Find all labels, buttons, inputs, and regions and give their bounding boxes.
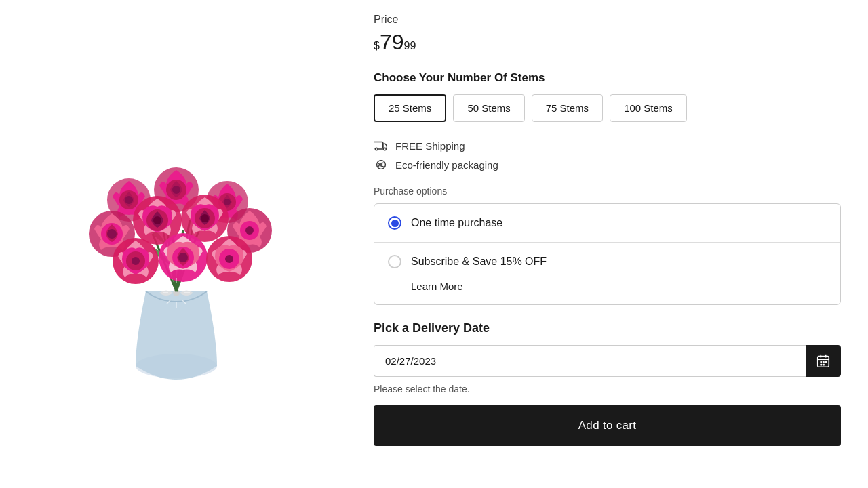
price-value: 79 [380,30,404,55]
one-time-radio[interactable] [388,216,401,230]
calendar-button[interactable] [806,345,841,377]
svg-point-33 [132,257,140,265]
leaf-icon [374,159,389,171]
delivery-heading: Pick a Delivery Date [374,321,841,336]
svg-point-36 [178,253,188,262]
subscribe-label: Subscribe & Save 15% OFF [411,256,547,268]
product-image [47,102,305,386]
svg-line-44 [167,282,170,285]
feature-eco-packaging: Eco-friendly packaging [374,159,841,171]
svg-point-24 [153,216,161,224]
add-to-cart-button[interactable]: Add to cart [374,405,841,446]
svg-point-15 [172,186,180,194]
svg-rect-48 [374,142,383,148]
truck-icon [374,140,389,152]
one-time-purchase-option[interactable]: One time purchase [374,204,840,243]
subscribe-radio[interactable] [388,255,401,268]
date-input-row [374,345,841,377]
svg-line-45 [182,282,186,285]
svg-point-18 [224,199,231,205]
svg-rect-62 [823,363,825,365]
svg-point-49 [375,148,378,150]
radio-inner [391,220,399,227]
purchase-options-box: One time purchase Subscribe & Save 15% O… [374,203,841,305]
svg-rect-60 [825,361,827,363]
stem-btn-25[interactable]: 25 Stems [374,94,446,122]
svg-point-53 [380,163,383,167]
learn-more-link[interactable]: Learn More [411,281,463,292]
svg-point-30 [245,226,254,235]
svg-point-27 [201,214,209,222]
product-details-section: Price $ 79 99 Choose Your Number Of Stem… [353,0,868,488]
svg-point-12 [125,196,133,204]
purchase-options-label: Purchase options [374,186,841,197]
stems-heading: Choose Your Number Of Stems [374,71,841,85]
features-list: FREE Shipping Eco-friendly packaging [374,140,841,171]
eco-packaging-text: Eco-friendly packaging [395,159,498,171]
svg-point-21 [107,229,117,239]
subscribe-option[interactable]: Subscribe & Save 15% OFF Learn More [374,243,840,304]
stem-btn-75[interactable]: 75 Stems [532,94,603,122]
svg-rect-59 [823,361,825,363]
stem-btn-50[interactable]: 50 Stems [453,94,524,122]
svg-point-50 [384,148,387,150]
price-currency: $ [374,41,380,52]
subscribe-row: Subscribe & Save 15% OFF [388,255,547,268]
price-cents: 99 [404,40,416,52]
calendar-icon [816,354,831,369]
stems-options: 25 Stems 50 Stems 75 Stems 100 Stems [374,94,841,122]
svg-point-39 [225,255,233,263]
svg-rect-61 [820,363,822,365]
free-shipping-text: FREE Shipping [395,140,465,152]
product-image-section [0,0,353,488]
stem-btn-100[interactable]: 100 Stems [610,94,687,122]
price-label: Price [374,14,841,26]
price-display: $ 79 99 [374,30,841,55]
date-hint: Please select the date. [374,384,841,394]
delivery-date-input[interactable] [374,345,806,377]
feature-free-shipping: FREE Shipping [374,140,841,152]
one-time-label: One time purchase [411,217,502,229]
svg-rect-58 [820,361,822,363]
